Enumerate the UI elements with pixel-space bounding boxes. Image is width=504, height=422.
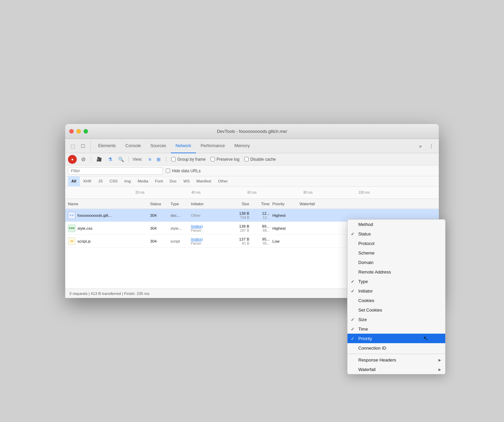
device-icon[interactable]: ☐ bbox=[78, 141, 88, 151]
resource-tab-doc[interactable]: Doc bbox=[166, 176, 180, 187]
col-header-status[interactable]: Status bbox=[150, 202, 170, 206]
maximize-button[interactable] bbox=[84, 129, 88, 134]
more-tabs-button[interactable]: » bbox=[416, 141, 425, 151]
view-label: View: bbox=[132, 157, 142, 162]
resource-tab-other[interactable]: Other bbox=[215, 176, 231, 187]
menu-set-cookies-label: Set Cookies bbox=[358, 307, 382, 313]
menu-item-time[interactable]: ✓ Time bbox=[347, 324, 445, 334]
menu-type-check: ✓ bbox=[351, 279, 355, 284]
filter-icon[interactable]: ⚗ bbox=[106, 155, 114, 164]
tab-performance[interactable]: Performance bbox=[196, 139, 230, 153]
tabs-more: » ⋮ bbox=[416, 141, 436, 151]
disable-cache-checkbox[interactable]: Disable cache bbox=[244, 157, 276, 162]
menu-waterfall-label: Waterfall bbox=[358, 367, 376, 372]
cell-time-0: 12... 12... bbox=[252, 211, 272, 219]
resource-tab-img[interactable]: Img bbox=[121, 176, 134, 187]
hide-data-urls-checkbox[interactable]: Hide data URLs bbox=[166, 169, 201, 173]
menu-status-label: Status bbox=[358, 231, 371, 236]
menu-item-status[interactable]: ✓ Status bbox=[347, 229, 445, 239]
view-toggle: ≡ ⊞ bbox=[146, 155, 163, 163]
menu-cookies-label: Cookies bbox=[358, 298, 374, 303]
group-by-frame-checkbox[interactable]: Group by frame bbox=[171, 157, 205, 162]
record-button[interactable]: ● bbox=[68, 155, 77, 164]
resource-tab-ws[interactable]: WS bbox=[180, 176, 193, 187]
preserve-log-checkbox[interactable]: Preserve log bbox=[211, 157, 239, 162]
menu-response-headers-arrow: ▶ bbox=[438, 358, 441, 362]
filename-1: style.css bbox=[77, 226, 92, 230]
menu-item-scheme[interactable]: Scheme bbox=[347, 248, 445, 258]
menu-item-cookies[interactable]: Cookies bbox=[347, 296, 445, 305]
cell-initiator-0: Other bbox=[191, 213, 225, 217]
search-button[interactable]: 🔍 bbox=[116, 155, 125, 164]
network-toolbar: ● ⊘ 🎥 ⚗ 🔍 View: ≡ ⊞ Group by frame Prese… bbox=[65, 153, 439, 165]
col-header-time[interactable]: Time bbox=[252, 202, 272, 206]
tab-memory[interactable]: Memory bbox=[230, 139, 254, 153]
menu-scheme-label: Scheme bbox=[358, 250, 375, 256]
close-button[interactable] bbox=[69, 129, 74, 134]
tab-console[interactable]: Console bbox=[121, 139, 146, 153]
minimize-button[interactable] bbox=[76, 129, 81, 134]
menu-item-type[interactable]: ✓ Type bbox=[347, 277, 445, 286]
menu-item-connection-id[interactable]: Connection ID bbox=[347, 343, 445, 353]
menu-priority-check: ✓ bbox=[351, 336, 355, 341]
grid-view-button[interactable]: ⊞ bbox=[155, 155, 163, 163]
cell-type-0: doc... bbox=[170, 213, 191, 217]
camera-button[interactable]: 🎥 bbox=[95, 155, 104, 164]
menu-initiator-label: Initiator bbox=[358, 288, 373, 294]
list-view-button[interactable]: ≡ bbox=[146, 155, 154, 163]
menu-item-size[interactable]: ✓ Size bbox=[347, 315, 445, 324]
timeline-mark-40ms: 40 ms bbox=[191, 191, 200, 194]
col-header-name[interactable]: Name bbox=[65, 202, 150, 206]
menu-item-method[interactable]: Method bbox=[347, 219, 445, 229]
col-header-size[interactable]: Size bbox=[225, 202, 252, 206]
traffic-lights bbox=[69, 129, 88, 134]
cursor-icon: ↖ bbox=[423, 335, 428, 342]
file-icon-js: JS bbox=[68, 238, 75, 245]
cell-type-2: script bbox=[170, 239, 191, 243]
col-header-waterfall[interactable]: Waterfall bbox=[300, 202, 439, 206]
table-header-row: Name Status Type Initiator Size Time Pri… bbox=[65, 199, 439, 209]
tab-sources[interactable]: Sources bbox=[146, 139, 171, 153]
col-header-priority[interactable]: Priority bbox=[272, 202, 300, 206]
cell-name-0: < > fooooooooods.glit... bbox=[65, 212, 150, 219]
context-menu: Method ✓ Status Protocol Scheme Domain R… bbox=[347, 219, 446, 374]
menu-item-response-headers[interactable]: Response Headers ▶ bbox=[347, 355, 445, 365]
tab-network[interactable]: Network bbox=[171, 139, 196, 153]
filter-bar: Hide data URLs bbox=[65, 165, 439, 176]
devtools-menu-button[interactable]: ⋮ bbox=[427, 141, 436, 151]
col-header-initiator[interactable]: Initiator bbox=[191, 202, 225, 206]
timeline-mark-20ms: 20 ms bbox=[135, 191, 144, 194]
menu-item-waterfall[interactable]: Waterfall ▶ bbox=[347, 365, 445, 374]
resource-tab-manifest[interactable]: Manifest bbox=[193, 176, 215, 187]
toolbar-divider-3 bbox=[166, 156, 166, 162]
menu-time-label: Time bbox=[358, 327, 368, 332]
menu-item-set-cookies[interactable]: Set Cookies bbox=[347, 305, 445, 315]
resource-tab-js[interactable]: JS bbox=[95, 176, 106, 187]
timeline-mark-60ms: 60 ms bbox=[247, 191, 256, 194]
cell-status-1: 304 bbox=[150, 226, 170, 230]
resource-tab-all[interactable]: All bbox=[68, 176, 80, 187]
cell-size-0: 138 B 734 B bbox=[225, 211, 252, 219]
menu-item-remote-address[interactable]: Remote Address bbox=[347, 267, 445, 277]
menu-protocol-label: Protocol bbox=[358, 241, 375, 246]
cell-priority-2: Low bbox=[272, 239, 300, 243]
resource-tab-media[interactable]: Media bbox=[134, 176, 151, 187]
menu-item-domain[interactable]: Domain bbox=[347, 258, 445, 267]
cell-name-1: CSS style.css bbox=[65, 225, 150, 232]
title-bar: DevTools - fooooooooods.glitch.me/ bbox=[65, 124, 439, 139]
resource-tab-xhr[interactable]: XHR bbox=[80, 176, 95, 187]
cell-size-1: 138 B 287 B bbox=[225, 224, 252, 232]
inspect-icon[interactable]: ⬚ bbox=[68, 141, 77, 151]
col-header-type[interactable]: Type bbox=[170, 202, 191, 206]
menu-item-initiator[interactable]: ✓ Initiator bbox=[347, 286, 445, 296]
filter-input[interactable] bbox=[68, 167, 163, 175]
menu-waterfall-arrow: ▶ bbox=[438, 368, 441, 371]
tab-elements[interactable]: Elements bbox=[93, 139, 121, 153]
resource-tab-font[interactable]: Font bbox=[152, 176, 166, 187]
menu-item-priority[interactable]: ✓ Priority ↖ bbox=[347, 334, 445, 343]
resource-tab-css[interactable]: CSS bbox=[106, 176, 121, 187]
status-text: 3 requests | 413 B transferred | Finish:… bbox=[69, 292, 149, 296]
clear-button[interactable]: ⊘ bbox=[79, 155, 88, 164]
menu-item-protocol[interactable]: Protocol bbox=[347, 239, 445, 248]
menu-response-headers-label: Response Headers bbox=[358, 357, 396, 363]
